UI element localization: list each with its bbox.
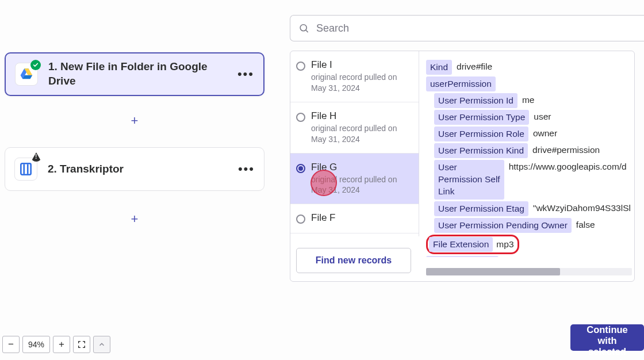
scrollbar-thumb[interactable]: [426, 268, 560, 275]
record-item[interactable]: File F: [290, 204, 419, 233]
record-list[interactable]: File I original record pulled on May 31,…: [290, 51, 419, 236]
prop-value: owner: [533, 127, 557, 140]
radio-icon[interactable]: [296, 164, 305, 173]
prop-value: "wkWzyiDahom94S33lSl: [533, 201, 631, 215]
radio-icon[interactable]: [296, 215, 305, 224]
google-drive-icon: [15, 63, 38, 86]
add-step-button[interactable]: +: [128, 114, 141, 127]
svg-point-3: [300, 25, 306, 31]
record-subtitle: original record pulled on May 31, 2024: [311, 72, 412, 94]
step-title: 2. Transkriptor: [48, 162, 124, 177]
record-item[interactable]: File I original record pulled on May 31,…: [290, 51, 419, 102]
prop-key-kind: Kind: [426, 60, 452, 75]
step-menu-button[interactable]: •••: [238, 162, 255, 177]
zoom-out-button[interactable]: −: [2, 336, 20, 353]
prop-key: User Permission Id: [434, 93, 518, 108]
collapse-button[interactable]: [93, 336, 110, 353]
step-card-google-drive[interactable]: 1. New File in Folder in Google Drive ••…: [5, 52, 264, 96]
record-subtitle: original record pulled on May 31, 2024: [311, 174, 412, 196]
prop-value: user: [534, 110, 551, 124]
prop-key-userpermission: userPermission: [426, 76, 496, 91]
find-new-records-button[interactable]: Find new records: [296, 248, 411, 273]
zoom-value[interactable]: 94%: [22, 336, 50, 353]
warning-badge-icon: [31, 152, 41, 162]
prop-value: false: [576, 218, 595, 232]
record-properties: Kinddrive#file userPermission User Permi…: [426, 56, 635, 257]
check-badge-icon: [30, 60, 41, 70]
svg-line-4: [306, 30, 308, 33]
prop-value: https://www.googleapis.com/d: [509, 160, 627, 174]
record-item[interactable]: File H original record pulled on May 31,…: [290, 102, 419, 154]
step-title: 1. New File in Folder in Google Drive: [48, 60, 227, 88]
prop-value: drive#file: [457, 60, 492, 74]
horizontal-scrollbar[interactable]: [426, 268, 632, 275]
prop-key-file-extension: File Extension: [429, 237, 493, 252]
record-subtitle: original record pulled on May 31, 2024: [311, 123, 412, 145]
transkriptor-icon: [14, 158, 37, 181]
record-title: File H: [311, 110, 412, 122]
search-icon: [298, 22, 309, 34]
fit-to-screen-button[interactable]: [73, 336, 90, 353]
prop-value: me: [522, 93, 535, 107]
prop-key: User Permission Type: [434, 110, 529, 125]
prop-key: User Permission Etag: [434, 201, 528, 216]
continue-button[interactable]: Continue with selected record: [570, 324, 644, 351]
highlighted-property: File Extension mp3: [426, 235, 519, 254]
prop-value: mp3: [496, 238, 513, 251]
record-title: File G: [311, 162, 412, 173]
prop-value: drive#permission: [532, 143, 600, 157]
zoom-in-button[interactable]: +: [53, 336, 70, 353]
workflow-canvas: 1. New File in Folder in Google Drive ••…: [0, 0, 281, 360]
search-field[interactable]: [290, 15, 644, 41]
prop-key: Md 5 Checksum: [426, 256, 499, 257]
prop-key: User Permission Kind: [434, 143, 528, 158]
prop-key-selflink: User Permission Self Link: [434, 160, 504, 200]
record-picker-pane: File I original record pulled on May 31,…: [281, 0, 644, 360]
prop-key: User Permission Pending Owner: [434, 218, 572, 233]
prop-value: 394c744f8dfde1371b79ca2382: [503, 256, 626, 257]
prop-key: User Permission Role: [434, 127, 528, 141]
zoom-controls: − 94% +: [2, 336, 110, 353]
add-step-button[interactable]: +: [128, 213, 141, 225]
search-input[interactable]: [316, 22, 636, 35]
records-panel: File I original record pulled on May 31,…: [290, 51, 635, 282]
step-menu-button[interactable]: •••: [237, 67, 254, 82]
record-title: File F: [311, 212, 336, 224]
radio-icon[interactable]: [296, 62, 305, 71]
radio-icon[interactable]: [296, 113, 305, 122]
step-card-transkriptor[interactable]: 2. Transkriptor •••: [5, 147, 264, 191]
svg-rect-0: [21, 163, 30, 175]
record-item[interactable]: File G original record pulled on May 31,…: [290, 154, 419, 205]
record-title: File I: [311, 59, 412, 71]
